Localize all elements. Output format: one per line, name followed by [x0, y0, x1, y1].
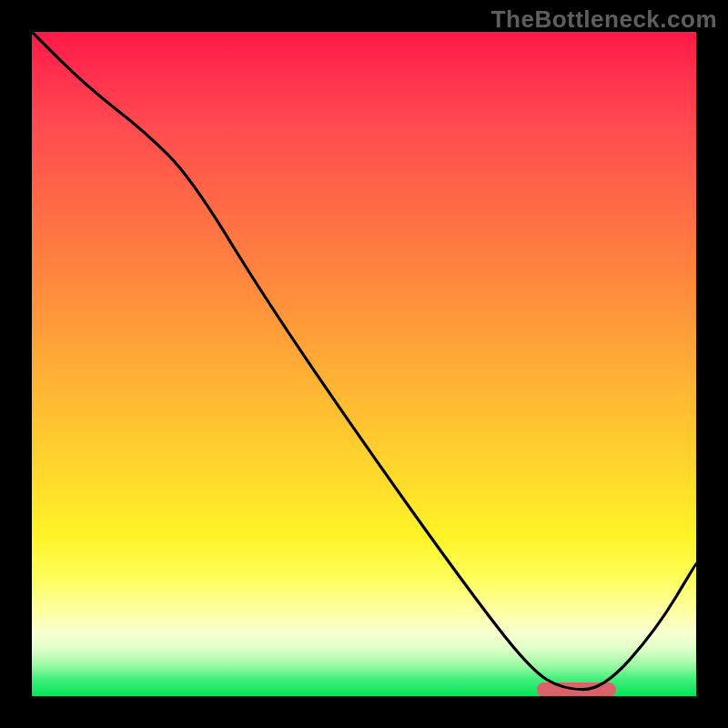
plot-frame [32, 32, 696, 696]
bottleneck-curve [32, 32, 696, 690]
curve-svg [32, 32, 696, 696]
watermark: TheBottleneck.com [491, 5, 717, 34]
viewport: TheBottleneck.com [0, 0, 728, 728]
plot-inner [32, 32, 696, 696]
